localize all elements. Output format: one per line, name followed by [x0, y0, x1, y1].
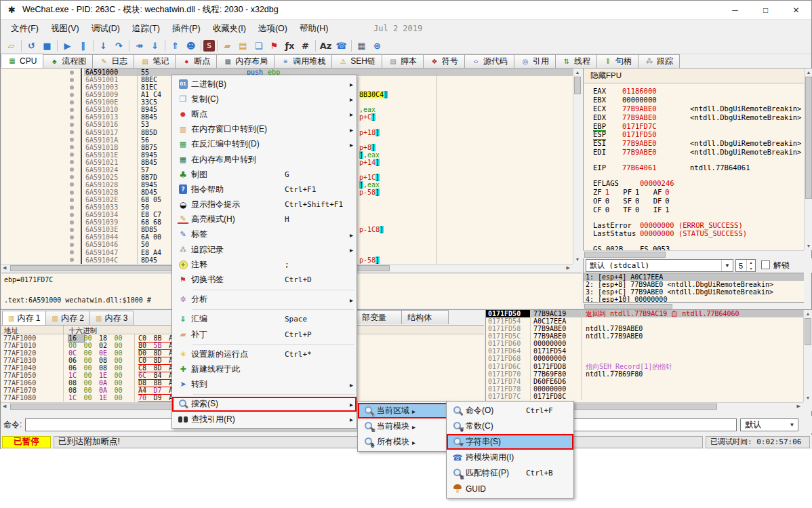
breakpoint-dot[interactable] — [70, 198, 74, 202]
register-row[interactable]: ECX77B9ABE0<ntdll.DbgUiRemoteBreakin> — [593, 104, 804, 113]
eflags-row[interactable]: EFLAGS00000246 — [593, 179, 804, 188]
breakpoint-dot[interactable] — [70, 228, 74, 232]
toolbar-button[interactable] — [315, 40, 316, 52]
toolbar-button[interactable] — [129, 40, 129, 52]
breakpoint-dot[interactable] — [70, 123, 74, 127]
breakpoint-dot[interactable] — [70, 235, 74, 239]
breakpoint-dot[interactable] — [70, 182, 74, 187]
menu-item[interactable]: “ 字符串(S) — [447, 434, 573, 450]
flags-row[interactable]: ZF1 PF1 AF0 — [593, 188, 804, 197]
register-row[interactable]: EDX77B9ABE0<ntdll.DbgUiRemoteBreakin> — [593, 113, 804, 122]
arguments-list[interactable]: 1: [esp+4] A0C17EEA2: [esp+8] 77B9ABE0 <… — [583, 273, 804, 302]
toolbar-button[interactable] — [111, 39, 127, 53]
stack-row[interactable]: 0171FD70 77B69F80 ntdll.77B69F80 — [486, 370, 803, 378]
view-tab[interactable]: 跟踪 — [638, 54, 680, 68]
unlock-checkbox[interactable] — [761, 260, 770, 269]
argument-row[interactable]: 1: [esp+4] A0C17EEA — [584, 273, 804, 281]
view-tab[interactable]: CPU — [1, 54, 43, 68]
toolbar-button[interactable] — [39, 39, 55, 53]
breakpoint-dot[interactable] — [70, 93, 74, 97]
breakpoint-dot[interactable] — [70, 168, 74, 172]
locals-tab[interactable]: 部变量 — [356, 310, 402, 324]
menu-item[interactable]: 显示指令提示 Ctrl+Shift+F1 — [172, 197, 357, 212]
menubar-item[interactable]: 选项(O) — [252, 21, 293, 37]
toolbar-button[interactable] — [165, 40, 165, 52]
breakpoint-dot[interactable] — [70, 160, 74, 164]
argument-row[interactable]: 4: [esp+10] 00000000 — [584, 296, 804, 302]
menu-item[interactable]: 制图 G — [172, 167, 357, 182]
breakpoint-dot[interactable] — [70, 85, 74, 90]
registers-hscrollbar[interactable] — [583, 250, 804, 258]
toolbar-button[interactable] — [318, 39, 333, 53]
menu-item[interactable]: GUID — [447, 481, 573, 496]
toolbar-button[interactable] — [217, 40, 218, 52]
toolbar-button[interactable] — [298, 39, 313, 53]
menu-item[interactable]: 跨模块调用(I) — [447, 450, 573, 465]
breakpoint-dot[interactable] — [70, 175, 74, 179]
menu-item[interactable]: ▦ 匹配特征(P) Ctrl+B — [447, 465, 573, 481]
menu-item[interactable]: 二进制(B) — [172, 77, 357, 92]
menu-item[interactable]: 标签 — [172, 227, 357, 242]
view-tab[interactable]: 引用 — [514, 54, 556, 68]
toolbar-button[interactable] — [167, 39, 183, 53]
toolbar-button[interactable] — [3, 39, 19, 53]
toolbar-button[interactable] — [354, 39, 369, 53]
view-tab[interactable]: 调用堆栈 — [274, 54, 332, 68]
breakpoint-dot[interactable] — [70, 153, 74, 157]
argument-row[interactable]: 3: [esp+C] 77B9ABE0 <ntdll.DbgUiRemoteBr… — [584, 288, 804, 296]
breakpoint-dot[interactable] — [70, 115, 74, 119]
breakpoint-dot[interactable] — [70, 191, 74, 195]
breakpoint-dot[interactable] — [70, 250, 74, 254]
toolbar-button[interactable] — [21, 40, 22, 52]
menubar-item[interactable]: 调试(D) — [85, 21, 126, 37]
toolbar-button[interactable] — [203, 40, 215, 52]
disasm-vscrollbar[interactable]: ▲▼ — [573, 69, 582, 264]
menu-item[interactable]: 在内存窗口中转到(E) — [172, 122, 357, 137]
stack-row[interactable]: 0171FD6C 0171FDD8 指向SEH_Record[1]的指针 — [486, 363, 803, 370]
menu-item[interactable]: ▫ 当前区域 — [358, 403, 448, 418]
menu-item[interactable] — [192, 394, 354, 395]
hide-fpu-toggle[interactable]: 隐藏FPU — [584, 69, 804, 83]
toolbar-button[interactable] — [266, 39, 282, 53]
stack-row[interactable]: 0171FD7C 0171FD8C — [486, 393, 803, 400]
view-tab[interactable]: 源代码 — [464, 54, 514, 68]
view-tab[interactable]: SEH链 — [331, 54, 382, 68]
menu-item[interactable]: 在反汇编中转到(D) — [172, 137, 357, 152]
breakpoint-dot[interactable] — [70, 100, 74, 104]
stack-row[interactable]: 0171FD60 00000000 — [486, 340, 803, 347]
dump-tab[interactable]: 内存 1 — [2, 311, 46, 325]
menu-item[interactable] — [192, 344, 354, 345]
menu-item[interactable]: ⊠ 当前模块 — [358, 418, 448, 434]
last-status-row[interactable]: LastStatus00000000 (STATUS_SUCCESS) — [593, 229, 804, 238]
menu-item[interactable] — [192, 290, 354, 290]
minimize-button[interactable]: ─ — [720, 1, 750, 19]
flags-row[interactable]: OF0 SF0 DF0 — [593, 197, 804, 206]
stack-row[interactable]: 0171FD78 00000000 — [486, 385, 803, 393]
menubar-item[interactable]: 追踪(T) — [126, 21, 166, 37]
toolbar-button[interactable] — [369, 39, 385, 53]
breakpoint-dot[interactable] — [70, 78, 74, 82]
menu-item[interactable]: 查找引用(R) — [172, 412, 357, 427]
flags-row[interactable]: CF0 TF0 IF1 — [593, 206, 804, 214]
menubar-item[interactable]: 收藏夹(I) — [207, 21, 252, 37]
toolbar-button[interactable] — [93, 40, 94, 52]
arguments-hscrollbar[interactable] — [583, 302, 804, 309]
arg-count-stepper[interactable]: 5 ▲▼ — [735, 259, 756, 272]
toolbar-button[interactable] — [60, 39, 75, 53]
command-mode-select[interactable]: 默认▼ — [740, 418, 798, 431]
menu-item[interactable]: # 常数(C) — [447, 418, 573, 434]
stack-row[interactable]: 0171FD58 77B9ABE0 ntdll.77B9ABE0 — [486, 325, 803, 332]
toolbar-button[interactable] — [282, 39, 298, 53]
menu-item[interactable]: 补丁 Ctrl+P — [172, 327, 357, 342]
register-row[interactable]: EIP77B64061ntdll.77B64061 — [593, 163, 804, 172]
view-tab[interactable]: 流程图 — [43, 54, 93, 68]
menu-item[interactable]: 指令帮助 Ctrl+F1 — [172, 182, 357, 197]
register-row[interactable]: ESP0171FD50 — [593, 130, 804, 139]
last-error-row[interactable]: LastError00000000 (ERROR_SUCCESS) — [593, 221, 804, 230]
view-tab[interactable]: 日志 — [92, 54, 134, 68]
argument-row[interactable]: 2: [esp+8] 77B9ABE0 <ntdll.DbgUiRemoteBr… — [584, 281, 804, 288]
menu-item[interactable]: 断点 — [172, 106, 357, 121]
menu-item[interactable]: 汇编 Space — [172, 312, 357, 327]
menu-item[interactable]: 切换书签 Ctrl+D — [172, 272, 357, 287]
stack-panel[interactable]: 0171FD50 77B9AC19 返回到 ntdll.77B9AC19 自 n… — [485, 310, 803, 402]
